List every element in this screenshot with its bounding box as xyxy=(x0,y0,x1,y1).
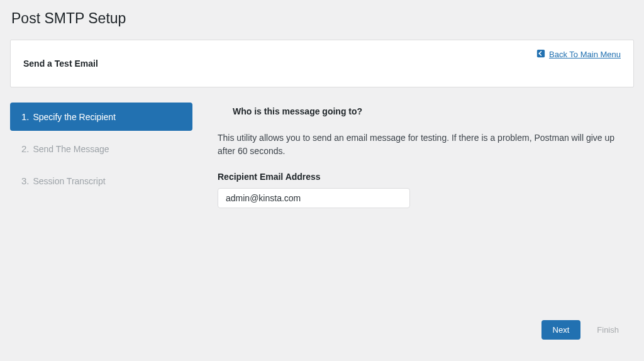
back-arrow-icon xyxy=(536,49,545,60)
back-to-main-link[interactable]: Back To Main Menu xyxy=(536,49,621,60)
content-description: This utility allows you to send an email… xyxy=(218,131,621,158)
wizard-content: Who is this message going to? This utili… xyxy=(218,103,634,208)
step-specify-recipient[interactable]: 1. Specify the Recipient xyxy=(10,103,192,131)
header-panel-title: Send a Test Email xyxy=(23,58,98,69)
back-link-text[interactable]: Back To Main Menu xyxy=(549,50,621,59)
recipient-email-input[interactable] xyxy=(218,188,410,208)
step-session-transcript[interactable]: 3. Session Transcript xyxy=(10,167,192,195)
page-title: Post SMTP Setup xyxy=(10,10,634,27)
recipient-email-label: Recipient Email Address xyxy=(218,172,621,182)
step-label: Session Transcript xyxy=(33,176,105,186)
step-send-message[interactable]: 2. Send The Message xyxy=(10,135,192,163)
content-heading: Who is this message going to? xyxy=(218,106,621,116)
svg-rect-0 xyxy=(537,50,545,57)
step-number: 2. xyxy=(21,143,30,154)
wizard-steps-sidebar: 1. Specify the Recipient 2. Send The Mes… xyxy=(10,103,192,208)
wizard-footer-buttons: Next Finish xyxy=(541,320,619,340)
step-label: Specify the Recipient xyxy=(33,112,116,122)
next-button[interactable]: Next xyxy=(541,320,581,340)
step-number: 3. xyxy=(21,175,30,186)
step-number: 1. xyxy=(21,111,30,122)
header-panel: Send a Test Email Back To Main Menu xyxy=(10,40,634,87)
finish-button: Finish xyxy=(597,325,619,335)
step-label: Send The Message xyxy=(33,144,109,154)
